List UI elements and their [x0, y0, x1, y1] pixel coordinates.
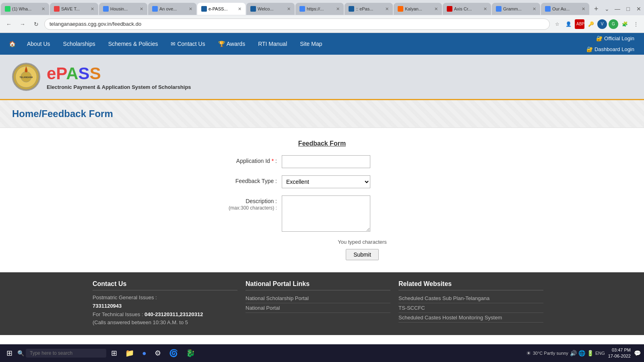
tab-favicon-8 — [349, 6, 354, 12]
extensions-puzzle-button[interactable]: 🧩 — [620, 19, 630, 29]
logo-letter-s2: S — [90, 64, 101, 83]
logo-letter-p: P — [56, 64, 66, 83]
dashboard-login-button[interactable]: 🔐 Dashboard Login — [581, 44, 640, 55]
forward-button[interactable]: → — [17, 19, 28, 30]
footer-contact-text: Postmatric General Issues : 7331120943 F… — [93, 294, 237, 327]
new-tab-button[interactable]: + — [591, 3, 601, 14]
url-text: telanganaepass.cgg.gov.in/feedback.do — [50, 21, 141, 27]
tab-favicon-10 — [447, 6, 452, 12]
logo-letter-e: e — [47, 64, 56, 83]
feedback-type-row: Feedback Type : Excellent Good Average P… — [201, 175, 443, 188]
application-id-input[interactable] — [282, 155, 370, 168]
close-window-button[interactable]: ✕ — [634, 3, 644, 14]
site-footer: Contact Us Postmatric General Issues : 7… — [0, 272, 644, 335]
nav-home[interactable]: 🏠 — [4, 35, 21, 53]
technical-label: For Technical Issues — [93, 311, 140, 317]
nav-right: 🔐 Official Login 🔐 Dashboard Login — [581, 33, 640, 55]
tab-favicon-11 — [496, 6, 502, 12]
browser-tab-bar: (1) Wha... ✕ SAVE T... ✕ Housin... ✕ An … — [0, 0, 644, 15]
feedback-type-select[interactable]: Excellent Good Average Poor — [282, 175, 370, 188]
browser-tab-7[interactable]: https://... ✕ — [295, 3, 344, 15]
browser-tab-1[interactable]: (1) Wha... ✕ — [1, 3, 49, 15]
postmatric-phone: 7331120943 — [93, 303, 122, 309]
tab-list-button[interactable]: ⌄ — [601, 3, 612, 14]
footer-link-national-portal[interactable]: National Portal — [246, 303, 390, 313]
dashboard-icon: 🔐 — [586, 46, 593, 52]
contact-icon: ✉ — [171, 41, 175, 47]
footer-link-sc-hostel[interactable]: Scheduled Castes Hostel Monitoring Syste… — [398, 313, 543, 323]
tab-title-9: Kalyan... — [405, 6, 433, 11]
footer-link-sc-sub-plan[interactable]: Scheduled Castes Sub Plan-Telangana — [398, 294, 543, 303]
description-row: Description : (max:300 characters) : — [201, 195, 443, 232]
browser-tab-6[interactable]: Welco... ✕ — [246, 3, 295, 15]
tab-close-1[interactable]: ✕ — [41, 6, 45, 12]
epass-subtitle: Electronic Payment & Application System … — [47, 84, 191, 90]
footer-link-ts-sccfc[interactable]: TS-SCCFC — [398, 303, 543, 313]
footer-link-national-scholarship[interactable]: National Scholarship Portal — [246, 294, 390, 303]
feedback-type-label: Feedback Type : — [201, 175, 282, 184]
tab-close-4[interactable]: ✕ — [189, 6, 192, 12]
footer-contact-section: Contact Us Postmatric General Issues : 7… — [93, 280, 246, 335]
nav-scholarships[interactable]: Scholarships — [57, 35, 102, 53]
nav-about-us[interactable]: About Us — [21, 35, 57, 53]
tab-close-6[interactable]: ✕ — [287, 6, 291, 12]
application-id-row: Application Id * : — [201, 155, 443, 168]
nav-site-map[interactable]: Site Map — [293, 35, 328, 53]
back-button[interactable]: ← — [3, 19, 14, 30]
bookmark-star-button[interactable]: ☆ — [552, 19, 562, 29]
official-login-label: Official Login — [604, 35, 634, 41]
extension2-button[interactable]: 🔑 — [586, 19, 596, 29]
footer-national-portal-heading: National Portal Links — [246, 280, 390, 290]
more-options-button[interactable]: ⋮ — [631, 19, 641, 29]
browser-tab-10[interactable]: Axis Cr... ✕ — [443, 3, 491, 15]
nav-schemes-policies[interactable]: Schemes & Policies — [102, 35, 165, 53]
address-bar[interactable]: telanganaepass.cgg.gov.in/feedback.do — [44, 19, 550, 30]
description-label-text: Description : — [246, 198, 277, 204]
tab-favicon-5 — [201, 6, 207, 12]
nav-rti-manual[interactable]: RTI Manual — [252, 35, 293, 53]
maximize-button[interactable]: □ — [623, 3, 633, 14]
required-star: * — [272, 158, 274, 164]
tab-close-9[interactable]: ✕ — [434, 6, 438, 12]
tab-close-10[interactable]: ✕ — [483, 6, 487, 12]
browser-tab-2[interactable]: SAVE T... ✕ — [50, 3, 98, 15]
postmatric-label: Postmatric General Issues — [93, 294, 154, 300]
tab-close-3[interactable]: ✕ — [140, 6, 143, 12]
footer-national-portal-section: National Portal Links National Scholarsh… — [246, 280, 398, 335]
tab-favicon-12 — [545, 6, 551, 12]
logo-area: TELANGANA ePASS Electronic Payment & App… — [0, 55, 644, 100]
browser-tab-4[interactable]: An ove... ✕ — [148, 3, 196, 15]
submit-button[interactable]: Submit — [346, 249, 379, 260]
refresh-button[interactable]: ↻ — [31, 19, 42, 30]
browser-tab-9[interactable]: Kalyan... ✕ — [394, 3, 442, 15]
nav-awards[interactable]: 🏆 Awards — [212, 35, 252, 53]
browser-tab-3[interactable]: Housin... ✕ — [99, 3, 147, 15]
tab-close-12[interactable]: ✕ — [582, 6, 585, 12]
profile-button[interactable]: 👤 — [564, 19, 573, 29]
nav-contact-us[interactable]: ✉ Contact Us — [164, 35, 211, 53]
browser-tab-12[interactable]: Our Au... ✕ — [541, 3, 589, 15]
browser-tab-8[interactable]: :: ePas... ✕ — [345, 3, 393, 15]
tab-close-8[interactable]: ✕ — [385, 6, 389, 12]
government-emblem: TELANGANA — [12, 63, 40, 91]
extension3-button[interactable]: V — [597, 19, 607, 29]
minimize-button[interactable]: — — [612, 3, 623, 14]
extension4-button[interactable]: G — [609, 19, 618, 29]
description-label: Description : (max:300 characters) : — [201, 195, 282, 211]
official-login-button[interactable]: 🔐 Official Login — [590, 33, 640, 44]
nav-left: 🏠 About Us Scholarships Schemes & Polici… — [4, 35, 329, 53]
description-textarea[interactable] — [282, 195, 370, 232]
tab-favicon-9 — [398, 6, 403, 12]
calls-note: (Calls answered between 10:30 A.M. to 5 — [93, 319, 188, 325]
browser-tab-11[interactable]: Gramm... ✕ — [492, 3, 540, 15]
tab-close-11[interactable]: ✕ — [533, 6, 536, 12]
tab-close-2[interactable]: ✕ — [91, 6, 94, 12]
awards-label: Awards — [227, 41, 245, 47]
tab-close-7[interactable]: ✕ — [336, 6, 340, 12]
extension-button[interactable]: ABP — [575, 19, 584, 29]
tab-title-3: Housin... — [110, 6, 138, 11]
footer-grid: Contact Us Postmatric General Issues : 7… — [80, 280, 564, 335]
tab-favicon-1 — [5, 6, 10, 12]
browser-tab-5[interactable]: e-PASS... ✕ — [197, 3, 246, 15]
tab-close-5[interactable]: ✕ — [238, 6, 242, 12]
